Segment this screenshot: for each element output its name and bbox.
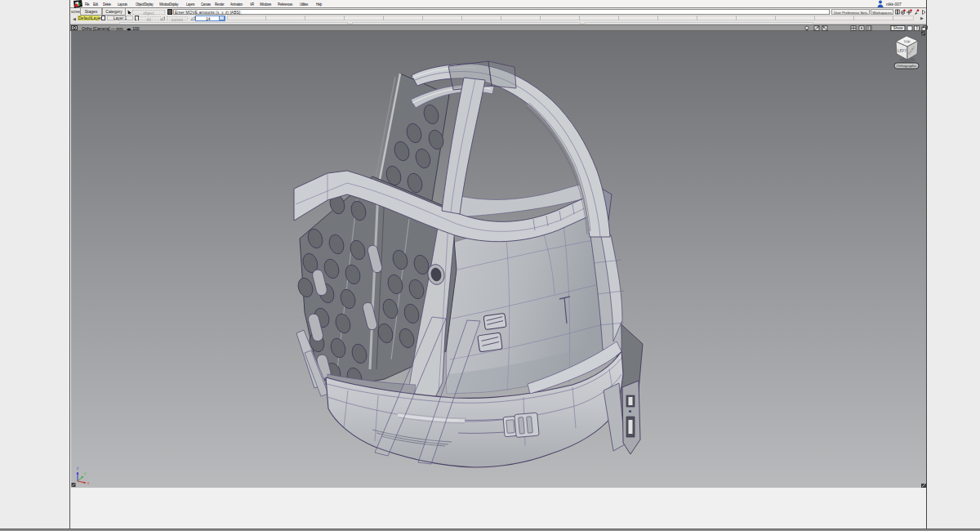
svg-text:3: 3 xyxy=(915,26,918,30)
svg-text:Show: Show xyxy=(893,26,904,30)
svg-text:LEFT: LEFT xyxy=(898,48,907,53)
svg-text:Orthographic: Orthographic xyxy=(897,64,918,68)
svg-text:TOP: TOP xyxy=(903,39,911,43)
